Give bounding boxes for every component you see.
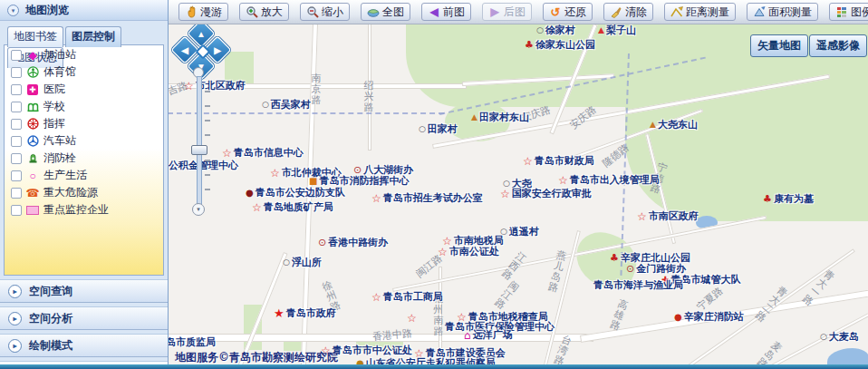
map-poi-label: 大尧东山 [658,118,698,131]
map-poi: ○徐家村 [536,24,575,37]
accordion-label: 绘制模式 [29,338,72,354]
map-poi-label: 市南区政府 [649,209,699,223]
club-icon: ♣ [763,194,772,204]
layer-label: 体育馆 [43,64,76,80]
zoom-slider-track[interactable] [197,76,202,205]
map-poi-label: 徐家村 [545,24,575,37]
expand-arrow-icon [8,339,22,353]
distance-measure-button[interactable]: 距离测量 [664,3,736,21]
toolbar-button-label: 图例 [851,5,868,20]
map-poi: ○田家村 [419,122,458,136]
zoom-in-magnifier-icon [246,5,258,18]
layer-row-bus-station: 汽车站 [5,131,163,149]
area-measure-icon [753,5,766,18]
map-poi-label: 梨子山 [606,24,636,37]
dot-red-icon: ● [674,313,682,322]
layer-checkbox-key-monitored-enterprise[interactable] [11,205,22,216]
accordion-spatial-analysis[interactable]: 空间分析 [0,306,168,330]
next-view-button[interactable]: ▶后图 [482,3,532,21]
map-poi: ●辛家庄消防站 [674,310,744,324]
zoom-out-magnifier-icon [306,5,319,18]
command-icon [26,118,39,130]
panel-header: 地图浏览 [0,0,168,21]
map-poi: ⊙香港中路街办 [318,236,388,249]
toolbar-button-label: 后图 [504,5,526,20]
map-poi-label: 远洋广场 [473,328,513,342]
map-poi-label: 国家安全行政审批 [512,187,592,200]
map-canvas[interactable]: ▲ ◀ ▶ ▼ 矢量地图 遥感影像 地图服务©青岛市勘察测绘研究院 ☆市北区政府… [168,24,868,369]
layer-row-command: 指挥 [5,114,163,131]
star-outline-icon: ☆ [637,211,647,222]
accordion-spatial-query[interactable]: 空间查询 [0,279,168,303]
zoom-tick [205,91,210,92]
map-poi: ○大麦岛 [820,330,859,344]
toolbar-button-label: 漫游 [200,5,222,20]
circle-dot-icon: ⊙ [318,238,326,248]
map-poi-label: 青岛市出入境管理局 [570,173,660,187]
road-label: 南京路 [311,73,322,106]
major-hazard-icon: ☎ [26,188,39,199]
accordion-draw-mode[interactable]: 绘制模式 [0,334,168,357]
legend-button[interactable]: 图例 [829,3,868,21]
layer-checkbox-school[interactable] [11,102,22,112]
layer-checkbox-bus-station[interactable] [11,136,22,147]
map-toolbar: 漫游放大缩小全图◀前图▶后图↺还原清除距离测量面积测量图例 [168,0,868,24]
map-poi: ⊙八大湖街办 [353,163,413,177]
map-poi-label: 香港中路街办 [328,236,388,249]
map-poi-label: 市南公证处 [449,245,499,258]
collapse-arrow-icon[interactable] [7,5,19,16]
sidebar-panel: 地图浏览 地图书签图层控制地图状态 ◆加油站体育馆✚医院学校指挥汽车站消防栓○生… [0,0,169,369]
full-extent-globe-icon [367,5,380,18]
layer-checkbox-fire-hydrant[interactable] [11,153,22,164]
area-measure-button[interactable]: 面积测量 [747,3,818,21]
map-poi-label: 浮山所 [292,256,322,269]
tab-layer-control[interactable]: 图层控制 [65,26,121,47]
map-poi: ●青岛市公安边防支队 [246,186,345,199]
gas-station-icon: ◆ [26,50,39,61]
zoom-out-button[interactable]: 缩小 [300,3,350,21]
circle-icon: ○ [536,26,544,34]
layer-checkbox-gymnasium[interactable] [11,67,22,78]
layer-label: 指挥 [43,116,65,131]
layer-checkbox-gas-station[interactable] [11,50,22,61]
bottom-edge-bar [0,364,868,369]
zoom-in-button[interactable]: 放大 [239,3,289,21]
roam-button[interactable]: 漫游 [178,3,228,21]
gymnasium-icon [26,66,39,78]
layer-row-key-monitored-enterprise: 重点监控企业 [5,200,163,218]
vector-map-button[interactable]: 矢量地图 [750,34,808,57]
map-poi: ○西吴家村 [262,98,311,112]
map-poi-label: 青岛市招生考试办公室 [383,191,483,205]
map-poi-label: 辛家庄消防站 [684,310,744,324]
full-extent-button[interactable]: 全图 [361,3,410,21]
clear-button[interactable]: 清除 [603,3,653,21]
map-poi-label: 徐家东山公园 [535,38,595,52]
accordion-label: 空间分析 [29,311,72,326]
zoom-tick [205,105,210,107]
map-poi: ♣徐家东山公园 [525,38,595,52]
star-outline-icon: ☆ [371,193,381,204]
star-outline-icon: ☆ [438,247,448,257]
road-label: 闽江路 [492,279,521,312]
previous-view-button[interactable]: ◀前图 [421,3,471,21]
accordion-group: 空间查询空间分析绘制模式空间查询 [0,279,168,369]
map-poi: ▲大尧东山 [650,118,698,131]
layer-row-production-life: ○生产生活 [5,166,163,183]
layer-checkbox-production-life[interactable] [11,170,22,181]
tab-map-bookmarks[interactable]: 地图书签 [7,26,63,47]
restore-button[interactable]: ↺还原 [543,3,593,21]
layer-row-fire-hydrant: 消防栓 [5,149,163,166]
layer-checkbox-major-hazard[interactable] [11,188,22,199]
expand-arrow-icon [8,312,22,325]
toolbar-button-label: 前图 [443,5,465,20]
map-poi: ♣康有为墓 [763,192,814,206]
zoom-slider-handle[interactable] [191,145,207,155]
webgis-application: { "panel": { "title": "地图浏览", "tabs": [ … [0,0,868,369]
layer-checkbox-hospital[interactable] [11,84,22,95]
layer-checkbox-command[interactable] [11,119,22,130]
remote-sensing-button[interactable]: 遥感影像 [809,34,867,57]
zoom-slider [193,71,211,209]
house-icon: ⌂ [464,330,471,341]
map-poi: ★青岛市政府 [274,306,336,320]
zoom-slider-bottom-knob[interactable] [192,203,205,216]
